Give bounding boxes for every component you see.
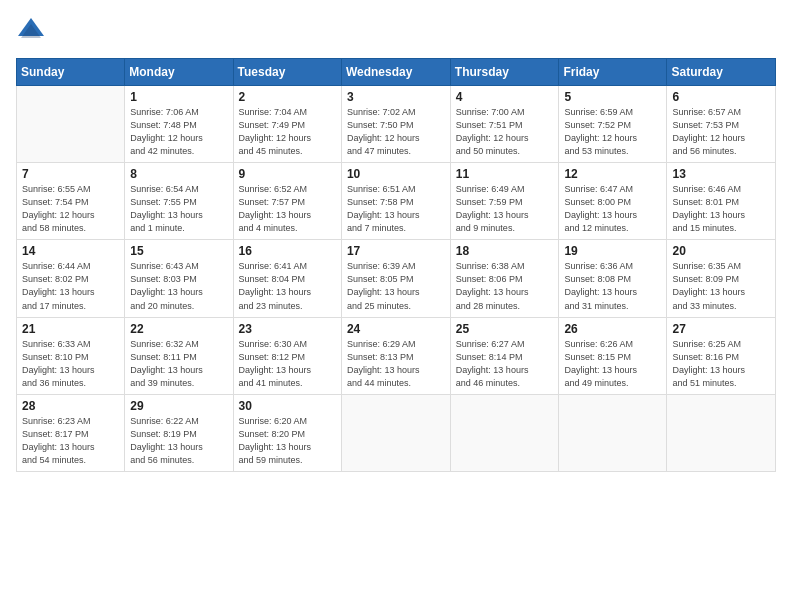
day-number: 6	[672, 90, 770, 104]
day-number: 3	[347, 90, 445, 104]
day-info: Sunrise: 7:02 AM Sunset: 7:50 PM Dayligh…	[347, 106, 445, 158]
calendar-week-row: 7Sunrise: 6:55 AM Sunset: 7:54 PM Daylig…	[17, 163, 776, 240]
day-info: Sunrise: 6:38 AM Sunset: 8:06 PM Dayligh…	[456, 260, 554, 312]
day-number: 20	[672, 244, 770, 258]
day-number: 29	[130, 399, 227, 413]
calendar-header-row: SundayMondayTuesdayWednesdayThursdayFrid…	[17, 59, 776, 86]
weekday-header: Friday	[559, 59, 667, 86]
calendar-cell: 17Sunrise: 6:39 AM Sunset: 8:05 PM Dayli…	[341, 240, 450, 317]
day-info: Sunrise: 6:47 AM Sunset: 8:00 PM Dayligh…	[564, 183, 661, 235]
weekday-header: Saturday	[667, 59, 776, 86]
weekday-header: Monday	[125, 59, 233, 86]
day-info: Sunrise: 6:29 AM Sunset: 8:13 PM Dayligh…	[347, 338, 445, 390]
day-number: 19	[564, 244, 661, 258]
calendar-cell	[17, 86, 125, 163]
day-number: 21	[22, 322, 119, 336]
day-number: 1	[130, 90, 227, 104]
day-info: Sunrise: 6:26 AM Sunset: 8:15 PM Dayligh…	[564, 338, 661, 390]
day-number: 26	[564, 322, 661, 336]
calendar-cell: 22Sunrise: 6:32 AM Sunset: 8:11 PM Dayli…	[125, 317, 233, 394]
day-info: Sunrise: 6:52 AM Sunset: 7:57 PM Dayligh…	[239, 183, 336, 235]
day-number: 17	[347, 244, 445, 258]
calendar-cell	[667, 394, 776, 471]
calendar-cell: 2Sunrise: 7:04 AM Sunset: 7:49 PM Daylig…	[233, 86, 341, 163]
logo	[16, 16, 50, 46]
day-number: 30	[239, 399, 336, 413]
calendar-cell: 6Sunrise: 6:57 AM Sunset: 7:53 PM Daylig…	[667, 86, 776, 163]
day-number: 28	[22, 399, 119, 413]
day-info: Sunrise: 6:55 AM Sunset: 7:54 PM Dayligh…	[22, 183, 119, 235]
day-info: Sunrise: 6:35 AM Sunset: 8:09 PM Dayligh…	[672, 260, 770, 312]
day-info: Sunrise: 6:57 AM Sunset: 7:53 PM Dayligh…	[672, 106, 770, 158]
calendar-cell: 21Sunrise: 6:33 AM Sunset: 8:10 PM Dayli…	[17, 317, 125, 394]
day-info: Sunrise: 6:33 AM Sunset: 8:10 PM Dayligh…	[22, 338, 119, 390]
day-number: 18	[456, 244, 554, 258]
calendar-cell: 3Sunrise: 7:02 AM Sunset: 7:50 PM Daylig…	[341, 86, 450, 163]
day-info: Sunrise: 6:54 AM Sunset: 7:55 PM Dayligh…	[130, 183, 227, 235]
calendar-cell: 13Sunrise: 6:46 AM Sunset: 8:01 PM Dayli…	[667, 163, 776, 240]
day-info: Sunrise: 6:25 AM Sunset: 8:16 PM Dayligh…	[672, 338, 770, 390]
day-number: 10	[347, 167, 445, 181]
day-number: 16	[239, 244, 336, 258]
calendar-cell: 7Sunrise: 6:55 AM Sunset: 7:54 PM Daylig…	[17, 163, 125, 240]
day-number: 4	[456, 90, 554, 104]
weekday-header: Thursday	[450, 59, 559, 86]
calendar-cell	[341, 394, 450, 471]
calendar-cell: 29Sunrise: 6:22 AM Sunset: 8:19 PM Dayli…	[125, 394, 233, 471]
weekday-header: Tuesday	[233, 59, 341, 86]
calendar-cell: 16Sunrise: 6:41 AM Sunset: 8:04 PM Dayli…	[233, 240, 341, 317]
calendar-week-row: 21Sunrise: 6:33 AM Sunset: 8:10 PM Dayli…	[17, 317, 776, 394]
day-info: Sunrise: 6:23 AM Sunset: 8:17 PM Dayligh…	[22, 415, 119, 467]
calendar-cell	[450, 394, 559, 471]
day-number: 13	[672, 167, 770, 181]
day-number: 2	[239, 90, 336, 104]
day-number: 27	[672, 322, 770, 336]
day-info: Sunrise: 6:43 AM Sunset: 8:03 PM Dayligh…	[130, 260, 227, 312]
day-number: 8	[130, 167, 227, 181]
day-info: Sunrise: 7:00 AM Sunset: 7:51 PM Dayligh…	[456, 106, 554, 158]
day-number: 24	[347, 322, 445, 336]
calendar-cell: 14Sunrise: 6:44 AM Sunset: 8:02 PM Dayli…	[17, 240, 125, 317]
calendar-cell: 15Sunrise: 6:43 AM Sunset: 8:03 PM Dayli…	[125, 240, 233, 317]
day-info: Sunrise: 6:27 AM Sunset: 8:14 PM Dayligh…	[456, 338, 554, 390]
day-info: Sunrise: 6:46 AM Sunset: 8:01 PM Dayligh…	[672, 183, 770, 235]
day-info: Sunrise: 6:49 AM Sunset: 7:59 PM Dayligh…	[456, 183, 554, 235]
day-number: 23	[239, 322, 336, 336]
calendar-cell: 23Sunrise: 6:30 AM Sunset: 8:12 PM Dayli…	[233, 317, 341, 394]
day-info: Sunrise: 7:06 AM Sunset: 7:48 PM Dayligh…	[130, 106, 227, 158]
day-info: Sunrise: 6:59 AM Sunset: 7:52 PM Dayligh…	[564, 106, 661, 158]
day-number: 7	[22, 167, 119, 181]
calendar-week-row: 28Sunrise: 6:23 AM Sunset: 8:17 PM Dayli…	[17, 394, 776, 471]
day-number: 15	[130, 244, 227, 258]
day-number: 14	[22, 244, 119, 258]
calendar-cell: 12Sunrise: 6:47 AM Sunset: 8:00 PM Dayli…	[559, 163, 667, 240]
calendar-cell: 1Sunrise: 7:06 AM Sunset: 7:48 PM Daylig…	[125, 86, 233, 163]
calendar-cell: 10Sunrise: 6:51 AM Sunset: 7:58 PM Dayli…	[341, 163, 450, 240]
calendar-cell: 11Sunrise: 6:49 AM Sunset: 7:59 PM Dayli…	[450, 163, 559, 240]
page-header	[16, 16, 776, 46]
calendar-cell: 9Sunrise: 6:52 AM Sunset: 7:57 PM Daylig…	[233, 163, 341, 240]
day-info: Sunrise: 6:30 AM Sunset: 8:12 PM Dayligh…	[239, 338, 336, 390]
day-number: 22	[130, 322, 227, 336]
day-info: Sunrise: 6:39 AM Sunset: 8:05 PM Dayligh…	[347, 260, 445, 312]
day-info: Sunrise: 6:51 AM Sunset: 7:58 PM Dayligh…	[347, 183, 445, 235]
calendar-cell: 26Sunrise: 6:26 AM Sunset: 8:15 PM Dayli…	[559, 317, 667, 394]
day-number: 5	[564, 90, 661, 104]
day-info: Sunrise: 6:36 AM Sunset: 8:08 PM Dayligh…	[564, 260, 661, 312]
calendar-cell: 18Sunrise: 6:38 AM Sunset: 8:06 PM Dayli…	[450, 240, 559, 317]
calendar-cell: 30Sunrise: 6:20 AM Sunset: 8:20 PM Dayli…	[233, 394, 341, 471]
day-info: Sunrise: 6:22 AM Sunset: 8:19 PM Dayligh…	[130, 415, 227, 467]
calendar-cell: 28Sunrise: 6:23 AM Sunset: 8:17 PM Dayli…	[17, 394, 125, 471]
calendar-cell: 24Sunrise: 6:29 AM Sunset: 8:13 PM Dayli…	[341, 317, 450, 394]
day-info: Sunrise: 6:32 AM Sunset: 8:11 PM Dayligh…	[130, 338, 227, 390]
weekday-header: Wednesday	[341, 59, 450, 86]
calendar-cell: 20Sunrise: 6:35 AM Sunset: 8:09 PM Dayli…	[667, 240, 776, 317]
calendar-cell	[559, 394, 667, 471]
day-number: 9	[239, 167, 336, 181]
calendar-cell: 5Sunrise: 6:59 AM Sunset: 7:52 PM Daylig…	[559, 86, 667, 163]
day-number: 25	[456, 322, 554, 336]
day-info: Sunrise: 6:41 AM Sunset: 8:04 PM Dayligh…	[239, 260, 336, 312]
weekday-header: Sunday	[17, 59, 125, 86]
calendar-cell: 4Sunrise: 7:00 AM Sunset: 7:51 PM Daylig…	[450, 86, 559, 163]
calendar-cell: 19Sunrise: 6:36 AM Sunset: 8:08 PM Dayli…	[559, 240, 667, 317]
